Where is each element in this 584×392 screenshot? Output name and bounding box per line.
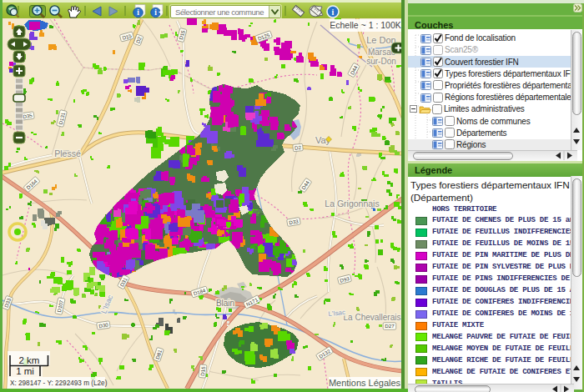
svg-text:Mentions Légales: Mentions Légales — [329, 378, 401, 388]
svg-text:Echelle ~ 1 : 100K: Echelle ~ 1 : 100K — [330, 20, 401, 30]
svg-text:D27: D27 — [385, 323, 395, 329]
svg-text:Blain: Blain — [216, 299, 234, 308]
svg-text:1 mi: 1 mi — [16, 366, 34, 376]
svg-text:D2: D2 — [295, 144, 302, 151]
svg-text:Plessé: Plessé — [54, 148, 81, 158]
svg-text:La Grigonnais: La Grigonnais — [325, 199, 379, 209]
svg-text:sur-Don: sur-Don — [366, 57, 396, 66]
svg-text:Le Don: Le Don — [366, 35, 395, 45]
svg-text:La Chevallerais: La Chevallerais — [344, 313, 401, 322]
svg-text:i: i — [154, 8, 157, 17]
svg-text:X: 298147 - Y: 2292493 m (L2e): X: 298147 - Y: 2292493 m (L2e) — [10, 379, 108, 387]
svg-text:i: i — [332, 8, 335, 17]
svg-text:i: i — [137, 8, 139, 17]
svg-text:D15: D15 — [199, 365, 206, 376]
svg-text:2 km: 2 km — [19, 355, 40, 365]
